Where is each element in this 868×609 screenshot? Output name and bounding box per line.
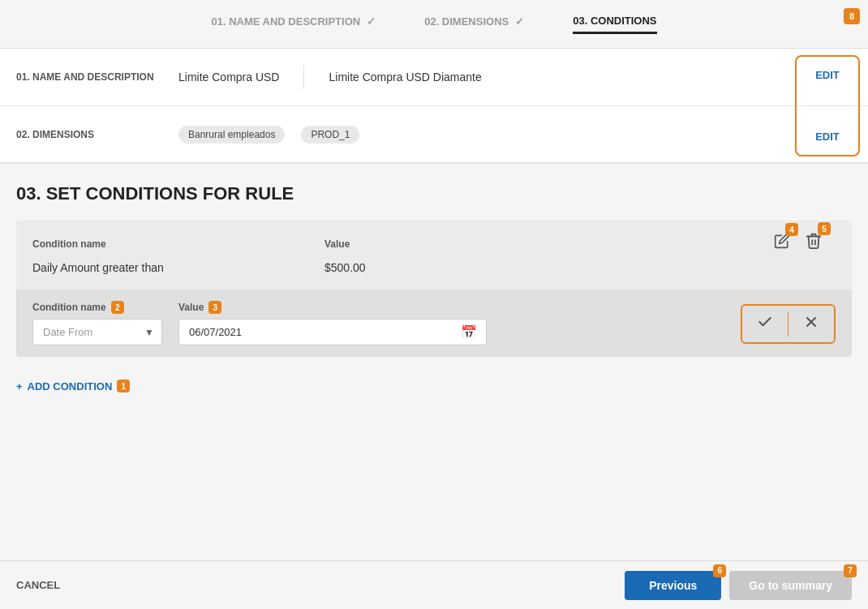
add-condition-label: ADD CONDITION	[28, 380, 113, 392]
edit-condition-button[interactable]: 4	[771, 229, 793, 256]
previous-badge: 6	[713, 564, 726, 577]
tab-dimensions-check: ✓	[515, 15, 524, 28]
condition-name-select-wrapper: Date From ▼	[32, 319, 162, 345]
delete-condition-button[interactable]: 5	[801, 229, 826, 257]
value-col-label: Value	[324, 238, 350, 250]
condition-header-row: Condition name Value 4	[16, 221, 852, 260]
summary-values-name: Limite Compra USD Limite Compra USD Diam…	[178, 65, 779, 89]
col-name-header: Condition name	[32, 236, 324, 251]
value-label-text: Value	[178, 302, 204, 313]
previous-label: Previous	[649, 579, 697, 592]
summary-value1: Limite Compra USD	[178, 71, 279, 84]
summary-values-dimensions: Banrural empleados PROD_1	[178, 126, 779, 144]
value-field-label: Value 3	[178, 301, 487, 314]
tab-name-description[interactable]: 01. NAME AND DESCRIPTION ✓	[211, 15, 376, 32]
condition-name-badge: 2	[111, 301, 124, 314]
existing-condition-container: Condition name Value 4	[16, 221, 852, 289]
tab-conditions-label: 03. CONDITIONS	[573, 15, 656, 27]
tag-prod1: PROD_1	[301, 126, 359, 144]
footer: CANCEL Previous 6 Go to summary 7	[0, 560, 868, 609]
calendar-icon[interactable]: 📅	[461, 324, 477, 340]
edit-dimensions-button[interactable]: EDIT	[815, 131, 840, 143]
next-badge: 7	[844, 564, 857, 577]
conditions-section: 03. SET CONDITIONS FOR RULE Condition na…	[0, 164, 868, 365]
condition-name-select[interactable]: Date From	[32, 319, 162, 345]
action-icons: 4 5	[771, 229, 836, 257]
x-icon	[803, 314, 819, 330]
add-condition-button[interactable]: + ADD CONDITION 1	[16, 380, 130, 392]
condition-value-col: $500.00	[324, 260, 771, 275]
condition-value-text: $500.00	[324, 261, 366, 274]
summary-value2: Limite Compra USD Diamante	[329, 71, 481, 84]
conditions-title: 03. SET CONDITIONS FOR RULE	[16, 183, 852, 204]
summary-label-dimensions: 02. DIMENSIONS	[16, 129, 178, 140]
conditions-table: Condition name Value 4	[16, 221, 852, 357]
edit-badge: 4	[785, 223, 798, 236]
condition-name-field-group: Condition name 2 Date From ▼	[32, 301, 162, 345]
condition-edit-row: Condition name 2 Date From ▼ Value 3	[16, 289, 852, 357]
summary-separator	[303, 65, 304, 89]
condition-name-value: Daily Amount greater than	[32, 260, 324, 275]
summary-row-dimensions: 02. DIMENSIONS Banrural empleados PROD_1	[0, 106, 868, 163]
condition-name-text: Daily Amount greater than	[32, 261, 164, 274]
check-icon	[757, 314, 773, 330]
tag-banrural: Banrural empleados	[178, 126, 285, 144]
add-icon: +	[16, 380, 23, 392]
confirm-cancel-container	[741, 304, 836, 344]
condition-data-row: Daily Amount greater than $500.00	[16, 260, 852, 289]
cancel-link[interactable]: CANCEL	[16, 579, 60, 591]
cancel-edit-button[interactable]	[789, 306, 834, 342]
nav-tabs: 01. NAME AND DESCRIPTION ✓ 02. DIMENSION…	[211, 15, 656, 34]
go-to-summary-button[interactable]: Go to summary 7	[729, 571, 852, 600]
add-condition-row: + ADD CONDITION 1	[0, 365, 868, 407]
tab-dimensions-label: 02. DIMENSIONS	[424, 15, 509, 28]
tab-name-description-label: 01. NAME AND DESCRIPTION	[211, 15, 360, 28]
summary-section: 01. NAME AND DESCRIPTION Limite Compra U…	[0, 49, 868, 164]
confirm-button[interactable]	[742, 306, 788, 342]
summary-row-name-description: 01. NAME AND DESCRIPTION Limite Compra U…	[0, 49, 868, 106]
add-condition-badge: 1	[117, 380, 130, 392]
footer-right: Previous 6 Go to summary 7	[625, 571, 852, 600]
condition-name-label-text: Condition name	[32, 302, 106, 313]
condition-name-field-label: Condition name 2	[32, 301, 162, 314]
delete-badge: 5	[818, 222, 831, 235]
top-nav-badge: 8	[844, 8, 860, 24]
top-navigation: 01. NAME AND DESCRIPTION ✓ 02. DIMENSION…	[0, 0, 868, 49]
value-badge: 3	[208, 301, 221, 314]
tab-conditions[interactable]: 03. CONDITIONS	[573, 15, 656, 34]
value-field-group: Value 3 📅	[178, 301, 487, 345]
edit-buttons-container: EDIT EDIT	[795, 55, 860, 157]
condition-name-col-label: Condition name	[32, 238, 106, 250]
previous-button[interactable]: Previous 6	[625, 571, 721, 600]
tab-name-check: ✓	[367, 15, 376, 28]
summary-label-name: 01. NAME AND DESCRIPTION	[16, 71, 178, 83]
date-input[interactable]	[178, 319, 487, 345]
go-to-summary-label: Go to summary	[749, 579, 832, 592]
edit-name-button[interactable]: EDIT	[815, 69, 840, 81]
date-input-wrapper: 📅	[178, 319, 487, 345]
col-value-header: Value	[324, 236, 771, 251]
tab-dimensions[interactable]: 02. DIMENSIONS ✓	[424, 15, 524, 32]
